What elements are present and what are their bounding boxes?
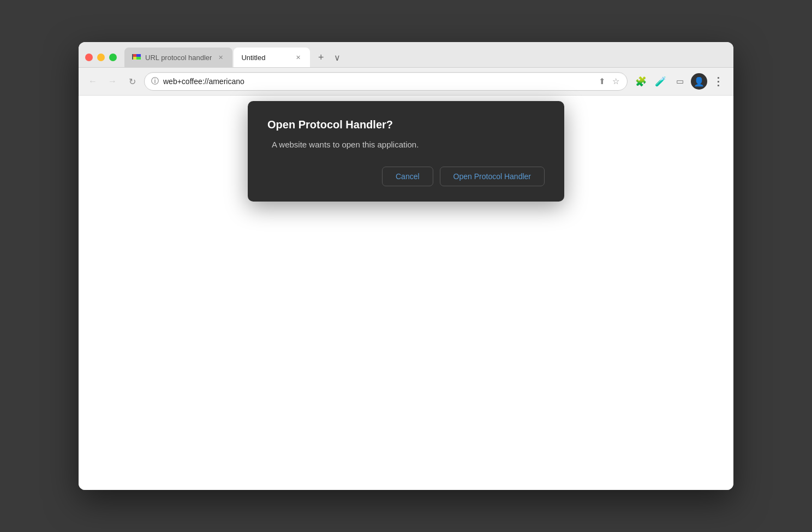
dialog-message: A website wants to open this application… [267,140,545,149]
svg-rect-3 [136,57,141,60]
dialog-title: Open Protocol Handler? [267,119,545,131]
dialog-overlay: Open Protocol Handler? A website wants t… [79,96,733,490]
dialog-buttons: Cancel Open Protocol Handler [267,167,545,186]
tab-untitled[interactable]: Untitled ✕ [234,48,310,67]
cancel-button[interactable]: Cancel [382,167,433,186]
reload-button[interactable]: ↻ [124,74,140,89]
info-icon: ⓘ [151,76,159,86]
address-bar[interactable]: ⓘ web+coffee://americano ⬆ ☆ [144,72,628,91]
tab2-close-button[interactable]: ✕ [294,53,302,62]
share-icon[interactable]: ⬆ [598,75,607,87]
traffic-lights [85,54,117,61]
experiments-icon: 🧪 [655,76,666,87]
back-button[interactable]: ← [85,74,100,89]
svg-rect-1 [136,54,141,57]
more-menu-icon: ⋮ [713,75,724,88]
url-text: web+coffee://americano [163,77,593,86]
split-screen-icon: ▭ [676,76,684,86]
title-bar: URL protocol handler ✕ Untitled ✕ + ∨ [79,42,733,68]
tab1-close-button[interactable]: ✕ [216,53,225,62]
experiments-button[interactable]: 🧪 [652,73,669,90]
extensions-button[interactable]: 🧩 [632,73,649,90]
protocol-handler-dialog: Open Protocol Handler? A website wants t… [248,101,564,202]
nav-bar: ← → ↻ ⓘ web+coffee://americano ⬆ ☆ 🧩 🧪 ▭ [79,68,733,96]
maximize-button[interactable] [109,54,117,61]
open-protocol-handler-button[interactable]: Open Protocol Handler [440,167,545,186]
profile-button[interactable]: 👤 [691,73,707,90]
svg-rect-4 [132,54,133,60]
page-content: Open Protocol Handler? A website wants t… [79,96,733,490]
close-button[interactable] [85,54,93,61]
tab-list-chevron[interactable]: ∨ [330,50,345,65]
tab1-title: URL protocol handler [145,54,212,62]
back-icon: ← [88,76,97,86]
tabs-container: URL protocol handler ✕ Untitled ✕ + ∨ [124,48,727,67]
toolbar-icons: 🧩 🧪 ▭ 👤 ⋮ [632,73,727,90]
tab2-title: Untitled [241,54,289,62]
split-screen-button[interactable]: ▭ [671,73,689,90]
forward-button[interactable]: → [105,74,120,89]
tab-url-protocol-handler[interactable]: URL protocol handler ✕ [124,48,232,67]
more-menu-button[interactable]: ⋮ [709,73,727,90]
reload-icon: ↻ [129,76,136,87]
new-tab-button[interactable]: + [313,50,329,65]
minimize-button[interactable] [97,54,105,61]
browser-window: URL protocol handler ✕ Untitled ✕ + ∨ [79,42,733,490]
forward-icon: → [108,76,117,86]
bookmark-icon[interactable]: ☆ [611,75,620,87]
profile-icon: 👤 [694,76,704,87]
extensions-icon: 🧩 [635,76,647,87]
tab1-favicon [132,53,141,62]
